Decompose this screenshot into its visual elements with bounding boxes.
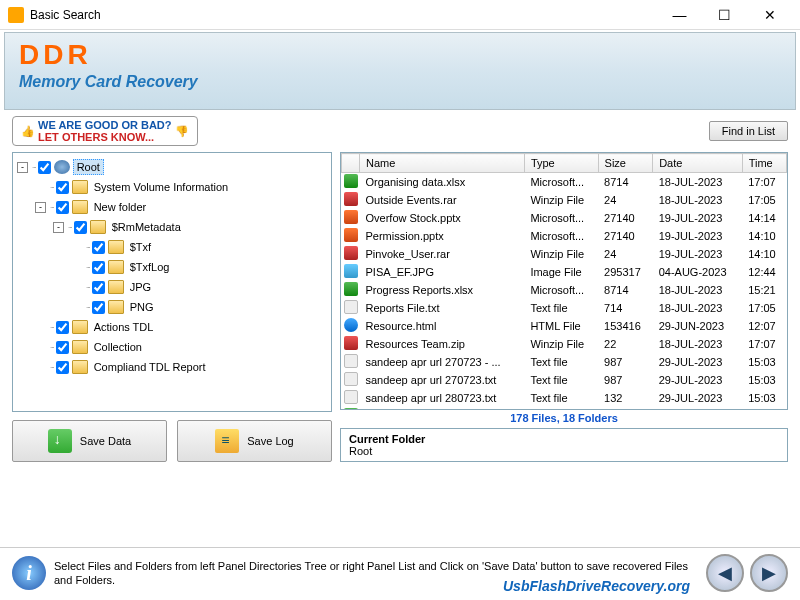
column-header[interactable]: Size bbox=[598, 154, 653, 173]
tree-label: PNG bbox=[127, 300, 157, 314]
cell-name: Permission.pptx bbox=[360, 227, 525, 245]
next-button[interactable]: ▶ bbox=[750, 554, 788, 592]
table-row[interactable]: Overfow Stock.pptx Microsoft... 27140 19… bbox=[342, 209, 787, 227]
tree-checkbox[interactable] bbox=[74, 221, 87, 234]
table-row[interactable]: Reports File.txt Text file 714 18-JUL-20… bbox=[342, 299, 787, 317]
cell-date: 18-JUL-2023 bbox=[653, 173, 743, 192]
cell-name: Organising data.xlsx bbox=[360, 173, 525, 192]
tree-checkbox[interactable] bbox=[92, 281, 105, 294]
tree-label: JPG bbox=[127, 280, 154, 294]
back-button[interactable]: ◀ bbox=[706, 554, 744, 592]
brand-link[interactable]: UsbFlashDriveRecovery.org bbox=[503, 578, 690, 594]
save-data-button[interactable]: Save Data bbox=[12, 420, 167, 462]
table-row[interactable]: sandeep apr url 270723 - ... Text file 9… bbox=[342, 353, 787, 371]
cell-date: 18-JUL-2023 bbox=[653, 191, 743, 209]
feedback-banner[interactable]: 👍 WE ARE GOOD OR BAD? LET OTHERS KNOW...… bbox=[12, 116, 198, 146]
tree-label: New folder bbox=[91, 200, 150, 214]
maximize-button[interactable]: ☐ bbox=[702, 1, 747, 29]
expand-toggle[interactable]: - bbox=[53, 222, 64, 233]
cell-date: 19-JUL-2023 bbox=[653, 227, 743, 245]
tree-item[interactable]: ···$Txf bbox=[17, 237, 327, 257]
cell-date: 18-JUL-2023 bbox=[653, 299, 743, 317]
folder-icon bbox=[72, 360, 88, 374]
tree-item[interactable]: -···Root bbox=[17, 157, 327, 177]
folder-icon bbox=[108, 240, 124, 254]
tree-checkbox[interactable] bbox=[56, 361, 69, 374]
table-row[interactable]: Resource.html HTML File 153416 29-JUN-20… bbox=[342, 317, 787, 335]
cell-size: 27140 bbox=[598, 227, 653, 245]
tree-item[interactable]: ···$TxfLog bbox=[17, 257, 327, 277]
cell-type: Winzip File bbox=[524, 245, 598, 263]
directory-tree[interactable]: -···Root···System Volume Information-···… bbox=[12, 152, 332, 412]
cell-time: 17:05 bbox=[742, 191, 786, 209]
tree-item[interactable]: ···System Volume Information bbox=[17, 177, 327, 197]
tree-connector: ··· bbox=[50, 323, 54, 332]
arrow-left-icon: ◀ bbox=[718, 562, 732, 584]
file-type-icon bbox=[344, 174, 358, 188]
tree-checkbox[interactable] bbox=[92, 261, 105, 274]
expand-toggle[interactable]: - bbox=[17, 162, 28, 173]
find-in-list-button[interactable]: Find in List bbox=[709, 121, 788, 141]
cell-name: Pinvoke_User.rar bbox=[360, 245, 525, 263]
column-header[interactable]: Date bbox=[653, 154, 743, 173]
save-log-icon bbox=[215, 429, 239, 453]
banner-subtitle: Memory Card Recovery bbox=[19, 73, 781, 91]
folder-icon bbox=[90, 220, 106, 234]
tree-checkbox[interactable] bbox=[56, 321, 69, 334]
tree-item[interactable]: ···Actions TDL bbox=[17, 317, 327, 337]
cell-date: 18-JUL-2023 bbox=[653, 335, 743, 353]
folder-icon bbox=[72, 180, 88, 194]
table-row[interactable]: Permission.pptx Microsoft... 27140 19-JU… bbox=[342, 227, 787, 245]
cell-type: Text file bbox=[524, 371, 598, 389]
tree-checkbox[interactable] bbox=[56, 201, 69, 214]
cell-type: Microsoft... bbox=[524, 227, 598, 245]
file-type-icon bbox=[344, 336, 358, 350]
tree-connector: ··· bbox=[50, 183, 54, 192]
arrow-right-icon: ▶ bbox=[762, 562, 776, 584]
tree-item[interactable]: ···JPG bbox=[17, 277, 327, 297]
table-row[interactable]: Pinvoke_User.rar Winzip File 24 19-JUL-2… bbox=[342, 245, 787, 263]
tree-connector: ··· bbox=[50, 363, 54, 372]
table-row[interactable]: sandeep apr url 280723.txt Text file 132… bbox=[342, 389, 787, 407]
logo-text: DDR bbox=[19, 39, 781, 71]
current-folder-panel: Current Folder Root bbox=[340, 428, 788, 462]
tree-item[interactable]: ···Compliand TDL Report bbox=[17, 357, 327, 377]
table-row[interactable]: Progress Reports.xlsx Microsoft... 8714 … bbox=[342, 281, 787, 299]
tree-item[interactable]: ···Collection bbox=[17, 337, 327, 357]
current-folder-title: Current Folder bbox=[349, 433, 779, 445]
tree-checkbox[interactable] bbox=[92, 241, 105, 254]
tree-item[interactable]: -···$RmMetadata bbox=[17, 217, 327, 237]
thumbs-up-icon: 👍 bbox=[21, 125, 38, 138]
file-list[interactable]: NameTypeSizeDateTime Organising data.xls… bbox=[340, 152, 788, 410]
tree-item[interactable]: -···New folder bbox=[17, 197, 327, 217]
cell-type: Microsoft... bbox=[524, 209, 598, 227]
cell-size: 24 bbox=[598, 245, 653, 263]
column-header[interactable]: Time bbox=[742, 154, 786, 173]
table-row[interactable]: PISA_EF.JPG Image File 295317 04-AUG-202… bbox=[342, 263, 787, 281]
save-log-button[interactable]: Save Log bbox=[177, 420, 332, 462]
column-header[interactable]: Name bbox=[360, 154, 525, 173]
expand-toggle[interactable]: - bbox=[35, 202, 46, 213]
cell-name: Resources Team.zip bbox=[360, 335, 525, 353]
tree-checkbox[interactable] bbox=[56, 181, 69, 194]
table-row[interactable]: Organising data.xlsx Microsoft... 8714 1… bbox=[342, 173, 787, 192]
table-row[interactable]: Resources Team.zip Winzip File 22 18-JUL… bbox=[342, 335, 787, 353]
column-header[interactable]: Type bbox=[524, 154, 598, 173]
folder-icon bbox=[108, 300, 124, 314]
tree-checkbox[interactable] bbox=[56, 341, 69, 354]
tree-checkbox[interactable] bbox=[92, 301, 105, 314]
info-icon: i bbox=[12, 556, 46, 590]
cell-date: 19-JUL-2023 bbox=[653, 245, 743, 263]
tree-item[interactable]: ···PNG bbox=[17, 297, 327, 317]
file-type-icon bbox=[344, 264, 358, 278]
close-button[interactable]: ✕ bbox=[747, 1, 792, 29]
table-row[interactable]: Outside Events.rar Winzip File 24 18-JUL… bbox=[342, 191, 787, 209]
cell-date: 04-AUG-2023 bbox=[653, 263, 743, 281]
save-log-label: Save Log bbox=[247, 435, 293, 447]
tree-checkbox[interactable] bbox=[38, 161, 51, 174]
minimize-button[interactable]: — bbox=[657, 1, 702, 29]
table-row[interactable]: sandeep apr url 270723.txt Text file 987… bbox=[342, 371, 787, 389]
file-type-icon bbox=[344, 246, 358, 260]
cell-date: 19-JUL-2023 bbox=[653, 209, 743, 227]
tree-connector: ··· bbox=[32, 163, 36, 172]
